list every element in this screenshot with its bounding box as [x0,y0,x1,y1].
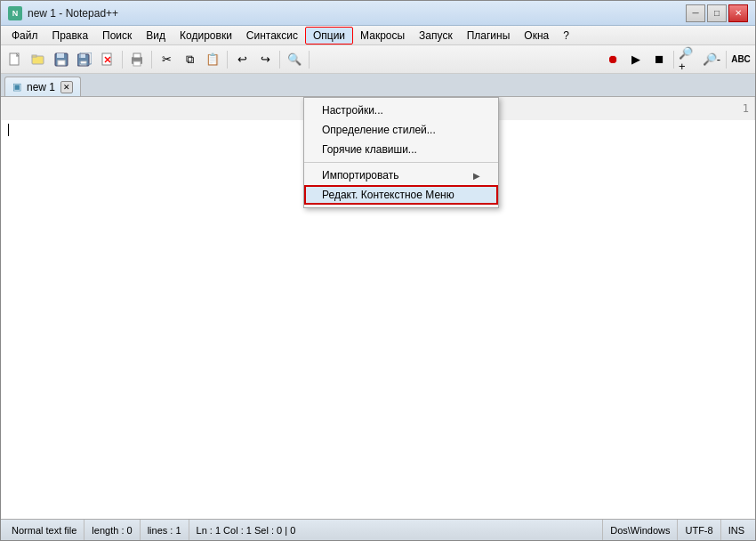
maximize-button[interactable]: □ [707,4,727,22]
toolbar-sep-2 [151,51,152,69]
save-all-button[interactable] [74,49,95,70]
macro-play-button[interactable]: ▶ [625,49,647,70]
title-bar: N new 1 - Notepad++ ─ □ ✕ [1,1,755,26]
zoom-in-button[interactable]: 🔎+ [678,49,699,70]
cut-button[interactable]: ✂ [156,49,177,70]
paste-button[interactable]: 📋 [202,49,223,70]
dropdown-hotkeys[interactable]: Горячие клавиши... [304,140,498,159]
copy-button[interactable]: ⧉ [179,49,200,70]
new-file-button[interactable] [4,49,26,70]
open-file-button[interactable] [28,49,49,70]
status-file-type: Normal text file [4,520,84,540]
toolbar-sep-5 [309,51,310,69]
status-position: Ln : 1 Col : 1 Sel : 0 | 0 [189,520,604,540]
macro-rec-button[interactable]: ⏺ [602,49,623,70]
toolbar-sep-3 [227,51,228,69]
tab-bar: ▣ new 1 ✕ [1,74,755,97]
main-window: N new 1 - Notepad++ ─ □ ✕ Файл Правка По… [0,0,756,541]
menu-view[interactable]: Вид [139,27,173,44]
toolbar-sep-1 [122,51,123,69]
status-bar: Normal text file length : 0 lines : 1 Ln… [1,519,755,540]
toolbar-sep-6 [673,51,674,69]
menu-file[interactable]: Файл [4,27,45,44]
menu-help[interactable]: ? [556,27,576,44]
window-title: new 1 - Notepad++ [28,7,118,20]
dropdown-style-def[interactable]: Определение стилей... [304,120,498,140]
title-bar-left: N new 1 - Notepad++ [8,6,118,20]
text-cursor [8,124,9,136]
menu-search[interactable]: Поиск [95,27,139,44]
save-button[interactable] [51,49,72,70]
submenu-arrow-icon: ▶ [473,171,480,181]
editor-wrapper: 1 Настройки... Определение стилей... Гор… [1,97,755,519]
menu-macros[interactable]: Макросы [353,27,412,44]
tab-icon: ▣ [12,81,21,93]
svg-rect-15 [133,61,141,66]
status-lines: lines : 1 [141,520,189,540]
status-length: length : 0 [84,520,140,540]
macro-stop-button[interactable]: ⏹ [648,49,670,70]
menu-syntax[interactable]: Синтаксис [239,27,305,44]
title-controls: ─ □ ✕ [686,4,748,22]
undo-button[interactable]: ↩ [231,49,253,70]
toolbar: ✂ ⧉ 📋 ↩ ↪ 🔍 ⏺ ▶ ⏹ 🔎+ 🔎- ABC [1,45,755,74]
dropdown-import[interactable]: Импортировать ▶ [304,166,498,185]
menu-run[interactable]: Запуск [412,27,460,44]
toolbar-sep-7 [726,51,727,69]
status-line-ending: Dos\Windows [603,520,678,540]
menu-options[interactable]: Опции [305,27,353,44]
tab-new1[interactable]: ▣ new 1 ✕ [4,77,81,96]
options-dropdown-container: Настройки... Определение стилей... Горяч… [303,97,499,208]
minimize-button[interactable]: ─ [686,4,705,22]
app-icon: N [8,6,22,20]
find-button[interactable]: 🔍 [284,49,305,70]
status-encoding: UTF-8 [678,520,720,540]
svg-rect-14 [133,53,141,58]
menu-window[interactable]: Окна [517,27,556,44]
menu-edit[interactable]: Правка [45,27,96,44]
content-area: ▣ new 1 ✕ 1 Настройки... Определение [1,74,755,519]
menu-plugins[interactable]: Плагины [460,27,518,44]
svg-rect-2 [32,55,36,57]
options-dropdown-menu: Настройки... Определение стилей... Горяч… [303,97,499,208]
tab-label: new 1 [27,81,55,93]
redo-button[interactable]: ↪ [254,49,276,70]
svg-rect-5 [58,61,65,65]
close-window-button[interactable]: ✕ [728,4,748,22]
dropdown-context-menu[interactable]: Редакт. Контекстное Меню [304,185,498,205]
menu-bar: Файл Правка Поиск Вид Кодировки Синтакси… [1,26,755,45]
svg-rect-4 [57,53,64,58]
spell-check-button[interactable]: ABC [730,49,752,70]
zoom-out-button[interactable]: 🔎- [701,49,722,70]
dropdown-separator [304,162,498,163]
dropdown-settings[interactable]: Настройки... [304,101,498,120]
menu-encoding[interactable]: Кодировки [173,27,239,44]
tab-close-button[interactable]: ✕ [60,81,73,93]
status-insert-mode: INS [721,520,752,540]
close-file-button[interactable] [97,49,118,70]
toolbar-sep-4 [279,51,280,69]
print-button[interactable] [126,49,148,70]
